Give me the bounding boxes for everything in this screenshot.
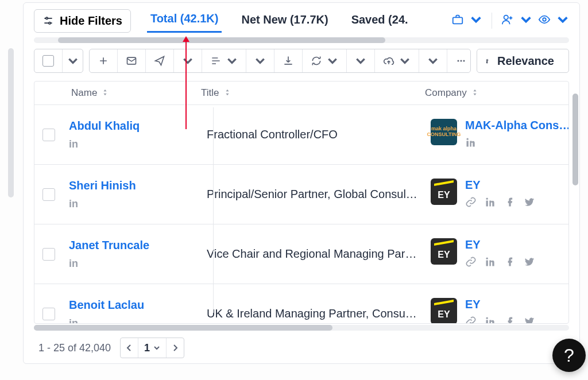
twitter-icon[interactable] xyxy=(524,196,535,210)
select-all-checkbox[interactable] xyxy=(42,55,54,67)
svg-rect-22 xyxy=(486,261,488,266)
company-name-link[interactable]: EY xyxy=(465,238,535,251)
results-table: Name Title Company Abdul KhaliqinFractio… xyxy=(34,81,569,324)
cloud-dropdown[interactable] xyxy=(419,49,447,72)
row-checkbox[interactable] xyxy=(42,188,55,201)
title-text: Principal/Senior Partner, Global Consul… xyxy=(207,188,419,201)
person-name-link[interactable]: Sheri Hinish xyxy=(69,179,195,192)
row-checkbox[interactable] xyxy=(42,248,55,261)
add-user-icon[interactable] xyxy=(501,13,514,29)
linkedin-icon[interactable] xyxy=(485,256,496,270)
company-name-link[interactable]: MAK-Alpha Cons… xyxy=(465,119,568,132)
svg-rect-24 xyxy=(486,320,488,324)
caret-down-icon[interactable] xyxy=(470,13,482,29)
caret-down-icon xyxy=(254,55,266,67)
person-name-link[interactable]: Benoit Laclau xyxy=(69,298,195,312)
column-divider[interactable] xyxy=(213,107,214,313)
eye-icon[interactable] xyxy=(538,13,551,29)
linkedin-icon[interactable] xyxy=(465,137,477,150)
title-text: Fractional Controller/CFO xyxy=(207,128,419,141)
vertical-scrollbar[interactable] xyxy=(572,94,578,313)
divider xyxy=(492,13,492,29)
caret-down-icon[interactable] xyxy=(556,13,569,29)
left-scrollbar[interactable] xyxy=(2,2,20,378)
tab-total[interactable]: Total (42.1K) xyxy=(147,9,222,33)
sort-indicator-icon xyxy=(471,87,478,99)
sequence-button[interactable] xyxy=(202,49,246,72)
company-name-link[interactable]: EY xyxy=(465,179,535,192)
select-all-dropdown[interactable] xyxy=(34,49,83,73)
add-button[interactable] xyxy=(90,49,118,72)
linkedin-icon[interactable]: in xyxy=(69,138,83,150)
toolbar: Relevance xyxy=(24,49,579,73)
sort-icon xyxy=(485,58,492,64)
caret-down-icon xyxy=(355,55,366,67)
link-icon[interactable] xyxy=(465,316,477,323)
send-icon xyxy=(154,55,165,67)
person-name-link[interactable]: Abdul Khaliq xyxy=(69,119,195,133)
table-row: Abdul KhaliqinFractional Controller/CFOm… xyxy=(34,105,568,165)
help-button[interactable]: ? xyxy=(552,339,586,372)
briefcase-icon[interactable] xyxy=(451,13,464,29)
refresh-dropdown[interactable] xyxy=(347,49,375,72)
company-logo: EY xyxy=(431,179,457,205)
facebook-icon[interactable] xyxy=(504,316,516,323)
chevron-left-icon xyxy=(126,344,132,351)
send-button[interactable] xyxy=(146,49,174,72)
title-text: Vice Chair and Regional Managing Par… xyxy=(207,247,419,261)
person-name-link[interactable]: Janet Truncale xyxy=(69,239,195,252)
sequence-dropdown[interactable] xyxy=(246,49,274,72)
svg-point-15 xyxy=(457,60,459,62)
tab-net-new[interactable]: Net New (17.7K) xyxy=(238,10,331,32)
company-socials xyxy=(465,196,535,210)
svg-rect-20 xyxy=(486,201,488,207)
export-button[interactable] xyxy=(274,49,303,72)
sort-button[interactable]: Relevance xyxy=(477,49,569,73)
caret-down-icon[interactable] xyxy=(67,55,79,67)
row-checkbox[interactable] xyxy=(42,308,55,320)
chevron-right-icon xyxy=(172,344,178,351)
table-header: Name Title Company xyxy=(34,82,568,105)
link-icon[interactable] xyxy=(465,256,477,270)
column-name[interactable]: Name xyxy=(63,87,201,99)
hide-filters-button[interactable]: Hide Filters xyxy=(34,9,131,33)
linkedin-icon[interactable]: in xyxy=(69,198,83,210)
linkedin-icon[interactable]: in xyxy=(69,317,83,323)
svg-point-5 xyxy=(504,15,508,19)
cloud-button[interactable] xyxy=(375,49,419,72)
top-actions xyxy=(451,13,569,29)
email-button[interactable] xyxy=(118,49,146,72)
twitter-icon[interactable] xyxy=(524,316,535,323)
caret-down-icon xyxy=(153,344,160,351)
results-panel: Hide Filters Total (42.1K) Net New (17.7… xyxy=(23,2,580,364)
next-page-button[interactable] xyxy=(167,338,184,358)
twitter-icon[interactable] xyxy=(524,256,535,270)
bottom-horizontal-scrollbar[interactable] xyxy=(34,325,569,331)
linkedin-icon[interactable] xyxy=(485,196,496,210)
facebook-icon[interactable] xyxy=(504,196,516,210)
current-page: 1 xyxy=(144,342,150,354)
caret-down-icon[interactable] xyxy=(520,13,532,29)
column-title[interactable]: Title xyxy=(201,87,425,99)
link-icon[interactable] xyxy=(465,196,477,210)
more-button[interactable] xyxy=(447,49,471,72)
page-select[interactable]: 1 xyxy=(138,338,167,358)
caret-down-icon xyxy=(560,57,560,64)
column-company[interactable]: Company xyxy=(425,87,569,99)
row-checkbox[interactable] xyxy=(42,129,55,141)
download-icon xyxy=(283,55,294,67)
sort-label: Relevance xyxy=(497,55,554,68)
send-dropdown[interactable] xyxy=(174,49,202,72)
company-name-link[interactable]: EY xyxy=(465,298,535,311)
svg-point-3 xyxy=(49,22,51,24)
tab-saved[interactable]: Saved (24. xyxy=(348,10,412,32)
sort-indicator-icon xyxy=(102,87,109,99)
prev-page-button[interactable] xyxy=(121,338,138,358)
linkedin-icon[interactable] xyxy=(485,316,496,323)
svg-point-8 xyxy=(543,18,546,21)
refresh-button[interactable] xyxy=(303,49,347,72)
facebook-icon[interactable] xyxy=(504,256,516,270)
pagination-range: 1 - 25 of 42,040 xyxy=(38,342,111,354)
top-horizontal-scrollbar[interactable] xyxy=(34,37,569,43)
linkedin-icon[interactable]: in xyxy=(69,258,83,269)
